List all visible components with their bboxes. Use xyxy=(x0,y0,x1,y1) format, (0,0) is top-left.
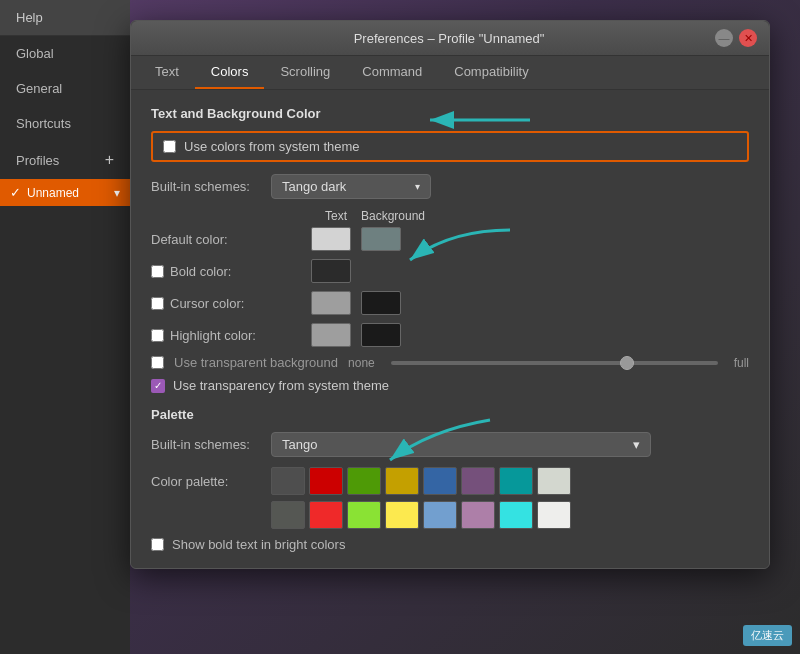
use-system-colors-label: Use colors from system theme xyxy=(184,139,360,154)
palette-swatch-2-2[interactable] xyxy=(309,501,343,529)
transparent-bg-label: Use transparent background xyxy=(174,355,338,370)
check-icon: ✓ xyxy=(10,185,21,200)
highlight-color-row: Highlight color: xyxy=(151,323,749,347)
add-profile-icon[interactable]: + xyxy=(105,151,114,169)
bold-color-label: Bold color: xyxy=(151,264,311,279)
close-button[interactable]: ✕ xyxy=(739,29,757,47)
transparency-slider-thumb[interactable] xyxy=(620,356,634,370)
transparent-bg-checkbox[interactable] xyxy=(151,356,164,369)
palette-section-title: Palette xyxy=(151,407,749,422)
sidebar-item-shortcuts[interactable]: Shortcuts xyxy=(0,106,130,141)
sidebar: Help Global General Shortcuts Profiles +… xyxy=(0,0,130,654)
palette-swatch-1-7[interactable] xyxy=(499,467,533,495)
cursor-bg-swatch[interactable] xyxy=(361,291,401,315)
sidebar-item-general[interactable]: General xyxy=(0,71,130,106)
color-table-header: Text Background xyxy=(311,209,749,223)
palette-swatch-2-5[interactable] xyxy=(423,501,457,529)
show-bold-checkbox[interactable] xyxy=(151,538,164,551)
built-in-schemes-row: Built-in schemes: Tango dark ▾ xyxy=(151,174,749,199)
cursor-text-swatch[interactable] xyxy=(311,291,351,315)
default-color-row: Default color: xyxy=(151,227,749,251)
cursor-color-checkbox[interactable] xyxy=(151,297,164,310)
watermark: 亿速云 xyxy=(743,625,792,646)
bold-color-checkbox[interactable] xyxy=(151,265,164,278)
tabbar: Text Colors Scrolling Command Compatibil… xyxy=(131,56,769,90)
highlight-bg-swatch[interactable] xyxy=(361,323,401,347)
use-system-colors-checkbox[interactable] xyxy=(163,140,176,153)
palette-swatches-row2 xyxy=(271,501,571,529)
transparency-slider-container xyxy=(391,361,718,365)
highlight-color-label: Highlight color: xyxy=(151,328,311,343)
palette-swatch-2-3[interactable] xyxy=(347,501,381,529)
default-bg-swatch[interactable] xyxy=(361,227,401,251)
transparent-bg-row: Use transparent background none full xyxy=(151,355,749,370)
window-title: Preferences – Profile "Unnamed" xyxy=(183,31,715,46)
built-in-schemes-label: Built-in schemes: xyxy=(151,179,271,194)
default-color-label: Default color: xyxy=(151,232,311,247)
palette-swatch-1-5[interactable] xyxy=(423,467,457,495)
use-transparency-system-checkbox[interactable]: ✓ xyxy=(151,379,165,393)
chevron-down-icon: ▾ xyxy=(114,186,120,200)
tab-scrolling[interactable]: Scrolling xyxy=(264,56,346,89)
highlight-text-swatch[interactable] xyxy=(311,323,351,347)
default-text-swatch[interactable] xyxy=(311,227,351,251)
sidebar-item-help[interactable]: Help xyxy=(0,0,130,36)
dropdown-arrow-icon: ▾ xyxy=(415,181,420,192)
palette-schemes-label: Built-in schemes: xyxy=(151,437,271,452)
palette-dropdown-arrow-icon: ▾ xyxy=(633,437,640,452)
window-controls: — ✕ xyxy=(715,29,757,47)
minimize-button[interactable]: — xyxy=(715,29,733,47)
bold-color-row: Bold color: xyxy=(151,259,749,283)
palette-swatch-2-6[interactable] xyxy=(461,501,495,529)
color-palette-row-1: Color palette: xyxy=(151,467,749,495)
cursor-color-label: Cursor color: xyxy=(151,296,311,311)
none-label: none xyxy=(348,356,375,370)
transparency-slider-bar xyxy=(391,361,718,365)
built-in-schemes-dropdown[interactable]: Tango dark ▾ xyxy=(271,174,431,199)
titlebar: Preferences – Profile "Unnamed" — ✕ xyxy=(131,21,769,56)
palette-swatch-1-2[interactable] xyxy=(309,467,343,495)
palette-swatch-2-7[interactable] xyxy=(499,501,533,529)
color-palette-row-2 xyxy=(151,501,749,529)
sidebar-profiles-header: Profiles + xyxy=(0,141,130,179)
text-bg-section-title: Text and Background Color xyxy=(151,106,749,121)
palette-swatch-1-4[interactable] xyxy=(385,467,419,495)
content-area: Text and Background Color Use colors fro… xyxy=(131,90,769,568)
show-bold-label: Show bold text in bright colors xyxy=(172,537,345,552)
use-transparency-system-label: Use transparency from system theme xyxy=(173,378,389,393)
palette-swatch-1-1[interactable] xyxy=(271,467,305,495)
sidebar-profile-unnamed[interactable]: ✓ Unnamed ▾ xyxy=(0,179,130,206)
cursor-color-row: Cursor color: xyxy=(151,291,749,315)
palette-swatch-2-4[interactable] xyxy=(385,501,419,529)
palette-schemes-dropdown[interactable]: Tango ▾ xyxy=(271,432,651,457)
palette-swatch-2-1[interactable] xyxy=(271,501,305,529)
palette-swatch-1-8[interactable] xyxy=(537,467,571,495)
preferences-window: Preferences – Profile "Unnamed" — ✕ Text… xyxy=(130,20,770,569)
tab-text[interactable]: Text xyxy=(139,56,195,89)
tab-compatibility[interactable]: Compatibility xyxy=(438,56,544,89)
show-bold-row: Show bold text in bright colors xyxy=(151,537,749,552)
palette-swatch-1-6[interactable] xyxy=(461,467,495,495)
tab-command[interactable]: Command xyxy=(346,56,438,89)
tab-colors[interactable]: Colors xyxy=(195,56,265,89)
color-palette-label: Color palette: xyxy=(151,474,271,489)
palette-swatch-2-8[interactable] xyxy=(537,501,571,529)
palette-swatches-row1 xyxy=(271,467,571,495)
sidebar-item-global[interactable]: Global xyxy=(0,36,130,71)
use-transparency-system-row: ✓ Use transparency from system theme xyxy=(151,378,749,393)
full-label: full xyxy=(734,356,749,370)
bold-text-swatch[interactable] xyxy=(311,259,351,283)
use-system-colors-row: Use colors from system theme xyxy=(151,131,749,162)
highlight-color-checkbox[interactable] xyxy=(151,329,164,342)
palette-schemes-row: Built-in schemes: Tango ▾ xyxy=(151,432,749,457)
palette-swatch-1-3[interactable] xyxy=(347,467,381,495)
